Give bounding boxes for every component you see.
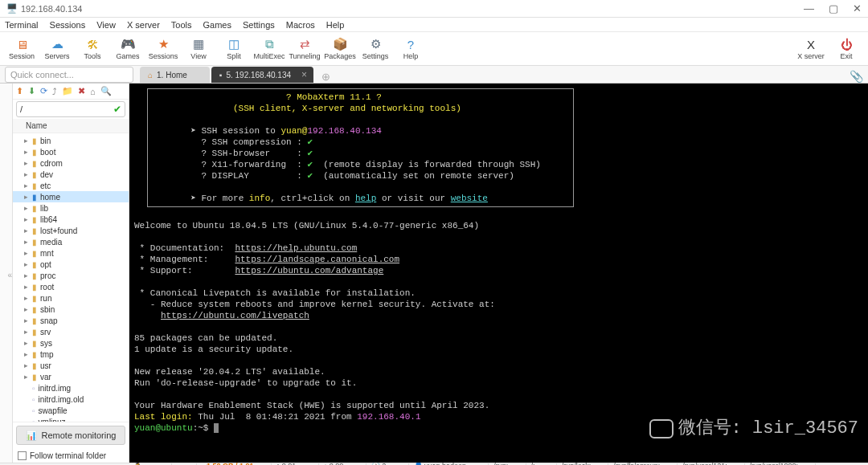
expand-icon[interactable]: ▸: [23, 316, 29, 324]
folder-etc[interactable]: ▸▮etc: [13, 180, 129, 191]
view-button[interactable]: ▦View: [183, 34, 214, 64]
folder-mnt[interactable]: ▸▮mnt: [13, 247, 129, 259]
folder-boot[interactable]: ▸▮boot: [13, 146, 129, 157]
expand-icon[interactable]: ▸: [23, 294, 29, 302]
expand-icon[interactable]: ▸: [23, 238, 29, 246]
expand-icon[interactable]: ▸: [23, 226, 29, 235]
refresh-icon[interactable]: ⟳: [40, 86, 47, 96]
folder-srv[interactable]: ▸▮srv: [13, 326, 129, 337]
expand-icon[interactable]: ▸: [23, 260, 29, 268]
menu-tools[interactable]: Tools: [171, 20, 192, 30]
expand-icon[interactable]: ▸: [23, 204, 29, 212]
folder-icon: ▮: [32, 339, 37, 348]
newfolder-icon[interactable]: 📁: [62, 86, 73, 96]
menu-games[interactable]: Games: [203, 20, 231, 30]
upload-icon[interactable]: ⬆: [16, 86, 23, 96]
expand-icon[interactable]: ▸: [23, 148, 29, 156]
menu-terminal[interactable]: Terminal: [5, 20, 39, 30]
expand-icon[interactable]: ▸: [23, 305, 29, 313]
terminal[interactable]: ? MobaXterm 11.1 ? (SSH client, X-server…: [129, 84, 868, 463]
find-icon[interactable]: 🔍: [100, 86, 112, 96]
file-initrd-img-old[interactable]: ▫initrd.img.old: [13, 394, 129, 405]
expand-icon[interactable]: ▸: [23, 137, 29, 145]
expand-icon[interactable]: ▸: [23, 159, 29, 167]
folder-dev[interactable]: ▸▮dev: [13, 169, 129, 180]
x-server-button[interactable]: XX server: [796, 34, 826, 64]
folder-bin[interactable]: ▸▮bin: [13, 135, 129, 146]
button-label: Split: [227, 52, 241, 60]
split-button[interactable]: ◫Split: [219, 34, 249, 64]
close-button[interactable]: ✕: [853, 2, 862, 14]
expand-icon[interactable]: ▸: [23, 215, 29, 223]
quick-connect-input[interactable]: Quick connect...: [5, 67, 133, 83]
download-icon[interactable]: ⬇: [28, 86, 35, 96]
session-button[interactable]: 🖥Session: [6, 34, 37, 64]
path-input[interactable]: / ✔: [16, 101, 125, 117]
sessions-button[interactable]: ★Sessions: [148, 34, 178, 64]
item-label: usr: [40, 361, 51, 370]
expand-icon[interactable]: ▸: [23, 271, 29, 279]
folder-root[interactable]: ▸▮root: [13, 281, 129, 292]
expand-icon[interactable]: ▸: [23, 249, 29, 257]
expand-icon[interactable]: ▸: [23, 361, 29, 369]
maximize-button[interactable]: ▢: [829, 2, 838, 14]
follow-terminal-checkbox[interactable]: Follow terminal folder: [13, 448, 129, 463]
menu-x-server[interactable]: X server: [127, 20, 160, 30]
home-icon[interactable]: ⌂: [90, 87, 96, 96]
pin-icon[interactable]: 📎: [850, 70, 863, 83]
tunneling-button[interactable]: ⇄Tunneling: [289, 34, 320, 64]
folder-opt[interactable]: ▸▮opt: [13, 259, 129, 270]
expand-icon[interactable]: ▸: [23, 193, 29, 201]
tools-button[interactable]: 🛠Tools: [77, 34, 108, 64]
settings-icon: ⚙: [368, 37, 383, 51]
menu-settings[interactable]: Settings: [243, 20, 275, 30]
help-button[interactable]: ?Help: [395, 34, 426, 64]
folder-proc[interactable]: ▸▮proc: [13, 270, 129, 281]
folder-var[interactable]: ▸▮var: [13, 371, 129, 382]
sidebar-toolbar: ⬆ ⬇ ⟳ ⤴ 📁 ✖ ⌂ 🔍: [13, 84, 129, 100]
button-label: Tunneling: [289, 52, 320, 60]
menu-view[interactable]: View: [96, 20, 116, 30]
folder-sbin[interactable]: ▸▮sbin: [13, 304, 129, 315]
folder-home[interactable]: ▸▮home: [13, 191, 129, 202]
column-header-name[interactable]: Name: [13, 119, 129, 133]
packages-button[interactable]: 📦Packages: [325, 34, 355, 64]
menu-sessions[interactable]: Sessions: [50, 20, 86, 30]
expand-icon[interactable]: ▸: [23, 328, 29, 336]
file-swapfile[interactable]: ▫swapfile: [13, 405, 129, 416]
expand-icon[interactable]: ▸: [23, 170, 29, 178]
minimize-button[interactable]: —: [804, 2, 814, 14]
folder-lib64[interactable]: ▸▮lib64: [13, 214, 129, 225]
folder-run[interactable]: ▸▮run: [13, 292, 129, 304]
exit-button[interactable]: ⏻Exit: [831, 34, 862, 64]
expand-icon[interactable]: ▸: [23, 182, 29, 190]
settings-button[interactable]: ⚙Settings: [360, 34, 391, 64]
folder-tmp[interactable]: ▸▮tmp: [13, 349, 129, 360]
menu-macros[interactable]: Macros: [286, 20, 315, 30]
multiexec-button[interactable]: ⧉MultiExec: [254, 34, 285, 64]
expand-icon[interactable]: ▸: [23, 283, 29, 291]
new-tab-button[interactable]: ⊕: [321, 71, 330, 83]
file-initrd-img[interactable]: ▫initrd.img: [13, 382, 129, 394]
folder-usr[interactable]: ▸▮usr: [13, 360, 129, 371]
servers-button[interactable]: ☁Servers: [42, 34, 72, 64]
remote-monitoring-button[interactable]: 📊 Remote monitoring: [16, 426, 125, 445]
folder-sys[interactable]: ▸▮sys: [13, 337, 129, 349]
games-button[interactable]: 🎮Games: [113, 34, 143, 64]
folder-lib[interactable]: ▸▮lib: [13, 202, 129, 214]
folder-media[interactable]: ▸▮media: [13, 236, 129, 247]
expand-icon[interactable]: ▸: [23, 373, 29, 381]
close-icon[interactable]: ×: [301, 69, 307, 80]
collapse-icon[interactable]: «: [7, 271, 12, 279]
delete-icon[interactable]: ✖: [78, 86, 85, 96]
folder-cdrom[interactable]: ▸▮cdrom: [13, 157, 129, 169]
folder-lost+found[interactable]: ▸▮lost+found: [13, 225, 129, 236]
file-vmlinuz[interactable]: ▫vmlinuz: [13, 416, 129, 422]
tab-home[interactable]: ⌂ 1. Home: [140, 67, 210, 83]
folder-snap[interactable]: ▸▮snap: [13, 315, 129, 326]
menu-help[interactable]: Help: [326, 20, 345, 30]
parent-icon[interactable]: ⤴: [52, 87, 57, 96]
tab-remote[interactable]: ▪ 5. 192.168.40.134 ×: [211, 67, 313, 83]
expand-icon[interactable]: ▸: [23, 339, 29, 347]
expand-icon[interactable]: ▸: [23, 350, 29, 358]
